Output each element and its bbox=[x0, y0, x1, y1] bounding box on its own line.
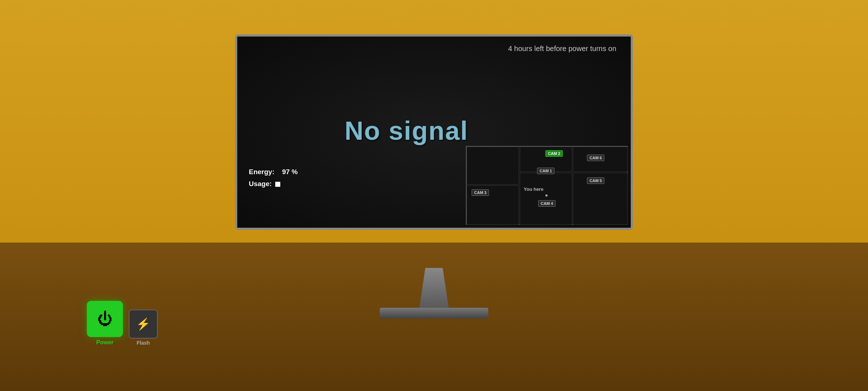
flash-icon: ⚡ bbox=[136, 317, 150, 331]
you-here-label: You here bbox=[524, 186, 544, 192]
timer-display: 4 hours left before power turns on bbox=[508, 45, 616, 53]
power-button[interactable]: ⏻ bbox=[87, 301, 123, 337]
cam5-button[interactable]: CAM 5 bbox=[587, 177, 604, 184]
power-button-wrapper: ⏻ Power bbox=[87, 301, 123, 346]
flash-label: Flash bbox=[137, 340, 150, 346]
map-room-mid-center bbox=[520, 173, 572, 225]
you-here-dot bbox=[545, 194, 548, 197]
room-background: 4 hours left before power turns on No si… bbox=[0, 0, 868, 391]
monitor-screen: 4 hours left before power turns on No si… bbox=[237, 37, 631, 228]
cam2-button[interactable]: CAM 2 bbox=[545, 150, 563, 157]
flash-button-wrapper: ⚡ Flash bbox=[129, 310, 158, 346]
cam4-button[interactable]: CAM 4 bbox=[538, 200, 556, 207]
usage-line: Usage: bbox=[249, 178, 298, 190]
usage-label: Usage: bbox=[249, 180, 272, 188]
energy-label: Energy: bbox=[249, 168, 275, 176]
no-signal-text: No signal bbox=[345, 116, 468, 146]
usage-block-indicator bbox=[275, 182, 280, 187]
cam1-button[interactable]: CAM 1 bbox=[537, 168, 554, 174]
monitor-base bbox=[380, 308, 488, 319]
energy-display: Energy: 97 % Usage: bbox=[249, 166, 298, 190]
power-icon: ⏻ bbox=[97, 310, 112, 328]
map-room-top-left bbox=[467, 147, 519, 185]
button-area: ⏻ Power ⚡ Flash bbox=[87, 301, 158, 346]
camera-map: CAM 2 CAM 6 CAM 1 CAM 5 CAM 3 You here C… bbox=[466, 146, 628, 225]
energy-value: 97 % bbox=[282, 168, 298, 176]
cam6-button[interactable]: CAM 6 bbox=[587, 155, 604, 161]
flash-button[interactable]: ⚡ bbox=[129, 310, 158, 339]
cam3-button[interactable]: CAM 3 bbox=[472, 189, 489, 196]
energy-line: Energy: 97 % bbox=[249, 166, 298, 178]
monitor: 4 hours left before power turns on No si… bbox=[235, 34, 633, 230]
power-label: Power bbox=[96, 339, 114, 346]
